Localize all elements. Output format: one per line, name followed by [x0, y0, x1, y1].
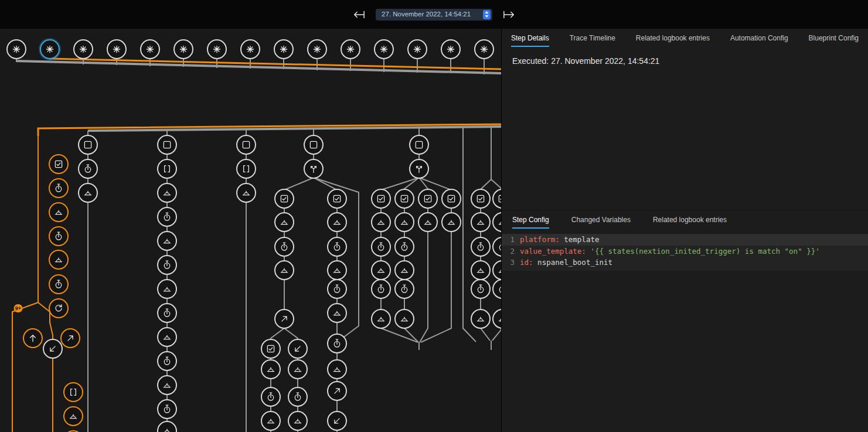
bell-node[interactable]	[157, 279, 177, 299]
timer-node[interactable]	[471, 279, 491, 299]
box-node[interactable]	[409, 135, 429, 155]
checkbox-node[interactable]	[394, 189, 414, 209]
asterisk-node[interactable]	[474, 39, 494, 59]
timer-node[interactable]	[371, 279, 391, 299]
bell-node[interactable]	[471, 309, 491, 329]
box-node[interactable]	[157, 135, 177, 155]
timer-node[interactable]	[49, 226, 69, 246]
tab-related-logbook-entries[interactable]: Related logbook entries	[636, 29, 710, 47]
arrow-top-right-node[interactable]	[327, 381, 347, 401]
bell-node[interactable]	[288, 411, 308, 431]
bell-node[interactable]	[371, 212, 391, 232]
asterisk-node[interactable]	[307, 39, 327, 59]
arrow-bottom-left-node[interactable]	[327, 411, 347, 431]
timer-node[interactable]	[274, 237, 294, 257]
brackets-node[interactable]	[236, 159, 256, 179]
bell-node[interactable]	[327, 260, 347, 280]
call-split-node[interactable]	[304, 159, 324, 179]
checkbox-node[interactable]	[49, 154, 69, 174]
arrow-top-right-node[interactable]	[60, 328, 80, 348]
bell-node[interactable]	[261, 359, 281, 379]
asterisk-node[interactable]	[274, 39, 294, 59]
timer-node[interactable]	[157, 255, 177, 275]
asterisk-node[interactable]	[240, 39, 260, 59]
bell-node[interactable]	[157, 327, 177, 347]
timer-node[interactable]	[327, 279, 347, 299]
run-selector[interactable]: 27. November 2022, 14:54:21	[376, 9, 492, 21]
tab-automation-config[interactable]: Automation Config	[730, 29, 788, 47]
box-node[interactable]	[78, 135, 98, 155]
refresh-node[interactable]	[49, 298, 69, 318]
asterisk-node[interactable]	[6, 39, 26, 59]
asterisk-node[interactable]	[107, 39, 127, 59]
bell-node[interactable]	[441, 212, 461, 232]
bell-node[interactable]	[274, 260, 294, 280]
tab-step-details[interactable]: Step Details	[511, 29, 549, 47]
brackets-node[interactable]	[157, 159, 177, 179]
bell-node[interactable]	[274, 212, 294, 232]
bell-node[interactable]	[418, 212, 438, 232]
timer-node[interactable]	[78, 159, 98, 179]
checkbox-node[interactable]	[274, 189, 294, 209]
bell-node[interactable]	[394, 212, 414, 232]
bell-node[interactable]	[371, 260, 391, 280]
bell-node[interactable]	[327, 212, 347, 232]
bell-node[interactable]	[157, 231, 177, 251]
timer-node[interactable]	[49, 274, 69, 294]
timer-node[interactable]	[471, 237, 491, 257]
step-config-code[interactable]: 1platform: template2value_template: '{{ …	[502, 234, 868, 271]
asterisk-node[interactable]	[173, 39, 193, 59]
checkbox-node[interactable]	[327, 189, 347, 209]
tab-step-config[interactable]: Step Config	[512, 210, 549, 229]
bell-node[interactable]	[471, 260, 491, 280]
asterisk-node[interactable]	[207, 39, 227, 59]
tab-related-logbook-entries[interactable]: Related logbook entries	[653, 210, 727, 229]
timer-node[interactable]	[288, 387, 308, 407]
arrow-up-node[interactable]	[23, 328, 43, 348]
timer-node[interactable]	[371, 237, 391, 257]
asterisk-node[interactable]	[73, 39, 93, 59]
timer-node[interactable]	[394, 237, 414, 257]
asterisk-node[interactable]	[407, 39, 427, 59]
previous-run-button[interactable]	[350, 8, 367, 22]
arrow-bottom-left-node[interactable]	[43, 339, 63, 359]
timer-node[interactable]	[157, 351, 177, 371]
bell-node[interactable]	[394, 260, 414, 280]
timer-node[interactable]	[327, 334, 347, 353]
asterisk-node[interactable]	[374, 39, 394, 59]
bell-node[interactable]	[78, 183, 98, 203]
bell-node[interactable]	[371, 309, 391, 329]
next-run-button[interactable]	[501, 8, 518, 22]
bell-node[interactable]	[288, 359, 308, 379]
timer-node[interactable]	[327, 237, 347, 257]
timer-node[interactable]	[394, 279, 414, 299]
checkbox-node[interactable]	[261, 339, 281, 359]
checkbox-node[interactable]	[371, 189, 391, 209]
arrow-top-right-node[interactable]	[274, 309, 294, 329]
bell-node[interactable]	[63, 406, 83, 426]
timer-node[interactable]	[157, 399, 177, 419]
bell-node[interactable]	[261, 411, 281, 431]
bell-node[interactable]	[157, 183, 177, 203]
call-split-node[interactable]	[409, 159, 429, 179]
arrow-bottom-left-node[interactable]	[288, 339, 308, 359]
tab-trace-timeline[interactable]: Trace Timeline	[570, 29, 615, 47]
checkbox-node[interactable]	[441, 189, 461, 209]
timer-node[interactable]	[157, 207, 177, 227]
asterisk-node[interactable]	[341, 39, 360, 59]
brackets-node[interactable]	[63, 382, 83, 402]
box-node[interactable]	[236, 135, 256, 155]
bell-node[interactable]	[394, 309, 414, 329]
tab-blueprint-config[interactable]: Blueprint Config	[809, 29, 859, 47]
box-node[interactable]	[304, 135, 324, 155]
checkbox-node[interactable]	[471, 189, 491, 209]
bell-node[interactable]	[327, 303, 347, 323]
timer-node[interactable]	[157, 303, 177, 323]
asterisk-node[interactable]	[40, 39, 60, 59]
bell-node[interactable]	[471, 212, 491, 232]
checkbox-node[interactable]	[418, 189, 438, 209]
asterisk-node[interactable]	[140, 39, 160, 59]
bell-node[interactable]	[49, 250, 69, 270]
bell-node[interactable]	[236, 183, 256, 203]
timer-node[interactable]	[261, 387, 281, 407]
